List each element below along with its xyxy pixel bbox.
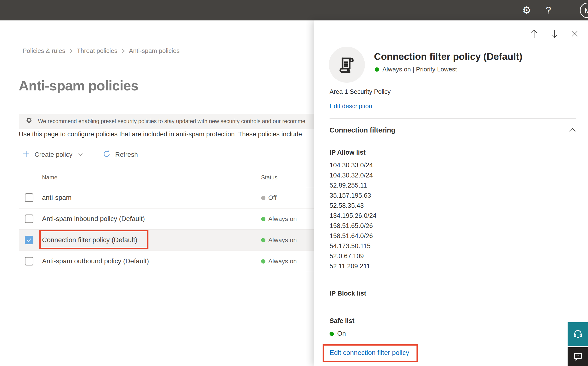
ip-entry: 52.89.255.11	[330, 180, 376, 191]
ip-entry: 35.157.195.63	[330, 191, 376, 201]
top-app-bar: ⚙ ? M	[0, 0, 588, 20]
status-badge: Always on	[261, 215, 297, 223]
flyout-status-line: Always on | Priority Lowest	[375, 66, 457, 73]
policy-name[interactable]: Anti-spam inbound policy (Default)	[42, 215, 145, 223]
status-dot-on	[261, 217, 265, 221]
ip-allow-list-label: IP Allow list	[330, 149, 366, 156]
edit-description-link[interactable]: Edit description	[330, 102, 372, 110]
close-icon	[571, 30, 578, 38]
screen: ⚙ ? M Policies & rules Threat policies A…	[0, 0, 588, 366]
page-intro-text: Use this page to configure policies that…	[19, 130, 314, 138]
safe-list-label: Safe list	[330, 317, 354, 325]
support-button[interactable]	[568, 322, 588, 346]
status-dot-on	[261, 259, 265, 264]
create-policy-label: Create policy	[35, 151, 73, 159]
ip-entry: 52.11.209.211	[330, 261, 376, 271]
status-badge: Always on	[261, 236, 297, 244]
breadcrumb-anti-spam-policies: Anti-spam policies	[129, 47, 180, 55]
breadcrumb-policies-rules[interactable]: Policies & rules	[22, 47, 65, 55]
settings-button[interactable]: ⚙	[516, 0, 537, 20]
policy-description: Area 1 Security Policy	[330, 88, 390, 95]
ip-entry: 158.51.65.0/26	[330, 221, 376, 231]
policy-name[interactable]: Connection filter policy (Default)	[42, 236, 137, 244]
table-header: Name Status	[19, 168, 320, 187]
policy-name[interactable]: Anti-spam outbound policy (Default)	[42, 257, 149, 265]
row-checkbox[interactable]	[25, 257, 33, 266]
avatar-initial: M	[585, 6, 588, 15]
safe-list-status: On	[330, 330, 346, 337]
policy-icon-circle	[329, 47, 365, 83]
row-checkbox[interactable]	[25, 214, 33, 223]
policy-table: Name Status anti-spam Off Anti-spam inbo…	[19, 168, 320, 272]
flyout-nav	[529, 29, 579, 39]
edit-connection-filter-policy-link[interactable]: Edit connection filter policy	[330, 349, 409, 357]
status-dot-off	[261, 196, 265, 200]
table-row-outbound-policy[interactable]: Anti-spam outbound policy (Default) Alwa…	[19, 251, 320, 272]
policy-details-flyout: Connection filter policy (Default) Alway…	[314, 20, 588, 366]
row-checkbox[interactable]	[25, 193, 33, 202]
column-header-status: Status	[261, 174, 277, 181]
ip-block-list-label: IP Block list	[330, 290, 366, 297]
column-header-name: Name	[42, 174, 57, 181]
help-icon: ?	[546, 5, 551, 16]
chevron-right-icon	[69, 48, 73, 54]
safe-list-value: On	[337, 330, 346, 337]
status-text: Always on	[268, 215, 297, 223]
status-dot-on	[375, 67, 379, 72]
refresh-icon	[102, 150, 111, 160]
collapse-section-button[interactable]	[568, 127, 576, 133]
feedback-chat-icon	[573, 351, 583, 362]
table-row-inbound-policy[interactable]: Anti-spam inbound policy (Default) Alway…	[19, 208, 320, 230]
ip-entry: 104.30.32.0/24	[330, 170, 376, 180]
ip-allow-list: 104.30.33.0/24 104.30.32.0/24 52.89.255.…	[330, 160, 376, 271]
status-text: Always on	[268, 258, 297, 265]
flyout-status-text: Always on | Priority Lowest	[382, 66, 457, 73]
close-flyout-button[interactable]	[570, 29, 579, 39]
feedback-button[interactable]	[568, 347, 588, 366]
flyout-title: Connection filter policy (Default)	[374, 51, 522, 62]
status-badge: Off	[261, 194, 276, 201]
status-dot-on	[330, 332, 334, 336]
table-row-anti-spam[interactable]: anti-spam Off	[19, 187, 320, 208]
ip-entry: 104.30.33.0/24	[330, 160, 376, 170]
breadcrumb: Policies & rules Threat policies Anti-sp…	[22, 47, 180, 55]
row-checkbox-checked[interactable]	[25, 236, 33, 244]
help-button[interactable]: ?	[537, 0, 559, 20]
banner-text: We recommend enabling preset security po…	[38, 118, 305, 125]
headset-icon	[572, 328, 583, 340]
scroll-policy-icon	[337, 54, 357, 75]
refresh-button[interactable]: Refresh	[102, 150, 138, 160]
command-bar: Create policy Refresh	[22, 150, 138, 160]
arrow-up-icon	[530, 29, 538, 39]
breadcrumb-threat-policies[interactable]: Threat policies	[77, 47, 118, 55]
chevron-right-icon	[121, 48, 125, 54]
gear-icon: ⚙	[522, 5, 531, 15]
policy-name[interactable]: anti-spam	[42, 194, 72, 201]
status-badge: Always on	[261, 258, 297, 265]
next-item-button[interactable]	[550, 29, 559, 39]
ip-entry: 54.173.50.115	[330, 241, 376, 251]
chevron-up-icon	[568, 127, 576, 132]
chevron-down-icon	[77, 151, 84, 159]
page-title: Anti-spam policies	[19, 77, 138, 93]
status-text: Off	[268, 194, 276, 201]
ip-entry: 134.195.26.0/24	[330, 211, 376, 221]
divider	[330, 119, 576, 119]
section-title-connection-filtering: Connection filtering	[330, 126, 395, 134]
plus-icon	[22, 150, 30, 160]
refresh-label: Refresh	[115, 151, 138, 159]
previous-item-button[interactable]	[529, 29, 539, 39]
arrow-down-icon	[550, 29, 559, 39]
ip-entry: 52.58.35.43	[330, 201, 376, 211]
status-text: Always on	[268, 236, 297, 244]
lightbulb-icon	[24, 116, 34, 127]
table-row-connection-filter-policy[interactable]: Connection filter policy (Default) Alway…	[19, 230, 320, 251]
status-dot-on	[261, 238, 265, 242]
ip-entry: 158.51.64.0/26	[330, 231, 376, 241]
recommendation-banner: We recommend enabling preset security po…	[19, 114, 314, 129]
create-policy-button[interactable]: Create policy	[22, 150, 84, 160]
ip-entry: 52.0.67.109	[330, 251, 376, 261]
